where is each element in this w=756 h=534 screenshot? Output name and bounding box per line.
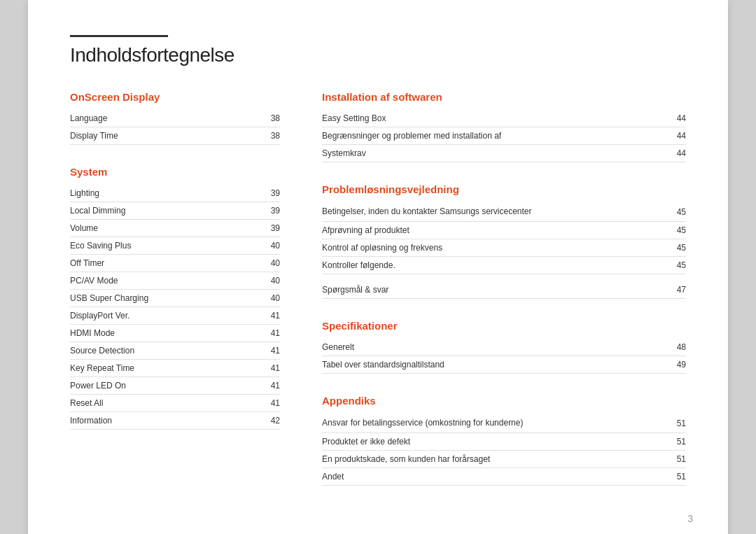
toc-item-page: 40 (271, 241, 280, 251)
toc-item: Off Timer 40 (70, 255, 280, 272)
page-container: Indholdsfortegnelse OnScreen Display Lan… (28, 0, 728, 534)
toc-item-label: Systemkrav (322, 148, 677, 158)
toc-item-label: Source Detection (70, 346, 271, 356)
toc-item-label: Display Time (70, 131, 271, 141)
toc-item-label: Begrænsninger og problemer med installat… (322, 131, 677, 141)
toc-item-label: Reset All (70, 398, 271, 408)
toc-item-label: Volume (70, 223, 271, 233)
toc-item-page: 51 (677, 437, 686, 447)
toc-item-label: Tabel over standardsignaltilstand (322, 360, 677, 370)
section-appendiks: Appendiks Ansvar for betalingsservice (o… (322, 395, 686, 486)
toc-item: Reset All 41 (70, 395, 280, 412)
toc-item-label: Off Timer (70, 258, 271, 268)
section-title-problemlosning: Problemløsningsvejledning (322, 183, 686, 195)
toc-item: Tabel over standardsignaltilstand 49 (322, 356, 686, 374)
toc-item-label: Produktet er ikke defekt (322, 437, 677, 447)
toc-item-label: USB Super Charging (70, 293, 271, 303)
toc-item-label: Information (70, 416, 271, 426)
toc-item: Power LED On 41 (70, 377, 280, 395)
toc-item-page: 41 (271, 381, 280, 391)
toc-item-page: 47 (677, 285, 686, 295)
section-onscreen-display: OnScreen Display Language 38 Display Tim… (70, 91, 280, 145)
toc-item: USB Super Charging 40 (70, 290, 280, 307)
toc-item-label: Lighting (70, 188, 271, 198)
toc-item: Kontroller følgende. 45 (322, 257, 686, 274)
page-title: Indholdsfortegnelse (70, 44, 686, 66)
title-section: Indholdsfortegnelse (70, 35, 686, 66)
toc-item-page: 44 (677, 113, 686, 123)
toc-item-label: Kontroller følgende. (322, 260, 677, 270)
toc-item-label: DisplayPort Ver. (70, 311, 271, 321)
section-specifikationer: Specifikationer Generelt 48 Tabel over s… (322, 320, 686, 374)
toc-item-label: Andet (322, 472, 677, 482)
toc-item-page: 45 (677, 225, 686, 235)
toc-item: PC/AV Mode 40 (70, 272, 280, 290)
content-columns: OnScreen Display Language 38 Display Tim… (70, 91, 686, 507)
toc-item-page: 44 (677, 131, 686, 141)
toc-item-page: 39 (271, 188, 280, 198)
toc-item-page: 41 (271, 398, 280, 408)
toc-item: Information 42 (70, 412, 280, 430)
toc-item: Produktet er ikke defekt 51 (322, 433, 686, 451)
section-system: System Lighting 39 Local Dimming 39 Volu… (70, 166, 280, 430)
toc-item-page: 41 (271, 346, 280, 356)
section-title-appendiks: Appendiks (322, 395, 686, 407)
toc-item-label: Kontrol af opløsning og frekvens (322, 243, 677, 253)
toc-item: Afprøvning af produktet 45 (322, 222, 686, 239)
toc-item-label: Easy Setting Box (322, 113, 677, 123)
toc-item: Begrænsninger og problemer med installat… (322, 127, 686, 145)
section-installation: Installation af softwaren Easy Setting B… (322, 91, 686, 162)
section-title-installation: Installation af softwaren (322, 91, 686, 103)
toc-item: En produktskade, som kunden har forårsag… (322, 451, 686, 468)
toc-item-label: Ansvar for betalingsservice (omkostning … (322, 417, 677, 429)
toc-item: Lighting 39 (70, 185, 280, 202)
toc-item-label: Power LED On (70, 381, 271, 391)
toc-item-page: 39 (271, 223, 280, 233)
toc-item-label: Generelt (322, 342, 677, 352)
toc-item-label: Key Repeat Time (70, 363, 271, 373)
page-number: 3 (687, 513, 693, 524)
toc-item-page: 40 (271, 258, 280, 268)
toc-item-page: 38 (271, 113, 280, 123)
toc-item: Kontrol af opløsning og frekvens 45 (322, 239, 686, 257)
toc-item-page: 41 (271, 328, 280, 338)
toc-item: Language 38 (70, 110, 280, 127)
toc-item-page: 41 (271, 311, 280, 321)
section-title-specifikationer: Specifikationer (322, 320, 686, 332)
toc-item-page: 51 (677, 472, 686, 482)
toc-item-label: PC/AV Mode (70, 276, 271, 286)
toc-item-label: Eco Saving Plus (70, 241, 271, 251)
toc-item-page: 45 (677, 243, 686, 253)
toc-item: HDMI Mode 41 (70, 325, 280, 342)
section-problemlosning: Problemløsningsvejledning Betingelser, i… (322, 183, 686, 299)
toc-item: Eco Saving Plus 40 (70, 237, 280, 255)
toc-item-page: 41 (271, 363, 280, 373)
toc-item: Generelt 48 (322, 339, 686, 356)
right-column: Installation af softwaren Easy Setting B… (322, 91, 686, 507)
toc-item-label: Betingelser, inden du kontakter Samsungs… (322, 206, 677, 218)
toc-item: Volume 39 (70, 220, 280, 237)
toc-item-label: En produktskade, som kunden har forårsag… (322, 454, 677, 464)
toc-item: Systemkrav 44 (322, 145, 686, 162)
toc-item-page: 40 (271, 276, 280, 286)
toc-item: Source Detection 41 (70, 342, 280, 360)
toc-item-page: 42 (271, 416, 280, 426)
toc-item: Display Time 38 (70, 127, 280, 145)
toc-item: Spørgsmål & svar 47 (322, 281, 686, 299)
toc-item-page: 51 (677, 417, 686, 428)
toc-item-page: 49 (677, 360, 686, 370)
toc-item-page: 45 (677, 206, 686, 217)
toc-item-label: Afprøvning af produktet (322, 225, 677, 235)
toc-item-page: 45 (677, 260, 686, 270)
toc-item: Ansvar for betalingsservice (omkostning … (322, 414, 686, 433)
toc-item-page: 38 (271, 131, 280, 141)
section-title-system: System (70, 166, 280, 178)
toc-item: Andet 51 (322, 468, 686, 486)
left-column: OnScreen Display Language 38 Display Tim… (70, 91, 280, 507)
toc-item-page: 40 (271, 293, 280, 303)
toc-item: Betingelser, inden du kontakter Samsungs… (322, 202, 686, 222)
toc-item-label: Spørgsmål & svar (322, 285, 677, 295)
toc-item: Key Repeat Time 41 (70, 360, 280, 377)
title-line (70, 35, 168, 37)
toc-item-label: HDMI Mode (70, 328, 271, 338)
